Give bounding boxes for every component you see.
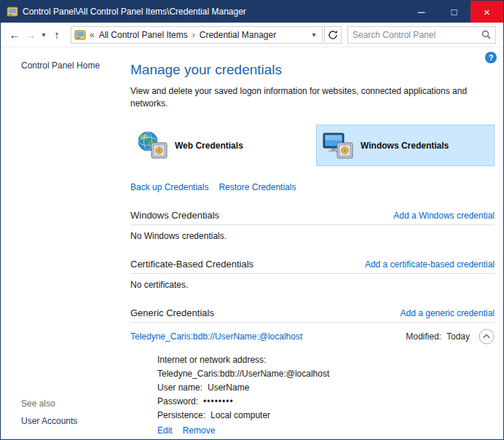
breadcrumb-overflow-icon[interactable]: « (90, 30, 95, 40)
address-bar[interactable]: « All Control Panel Items › Credential M… (71, 26, 323, 44)
section-divider (130, 273, 495, 274)
page-title: Manage your credentials (130, 62, 495, 78)
see-also-heading: See also (21, 398, 55, 409)
detail-address-value: Teledyne_Caris:bdb://UserName:@localhost (157, 367, 495, 381)
backup-restore-row: Back up Credentials Restore Credentials (130, 182, 495, 192)
windows-credentials-tile[interactable]: Windows Credentials (316, 125, 495, 166)
page-subtitle: View and delete your saved logon informa… (130, 85, 484, 110)
web-credentials-icon (137, 131, 168, 160)
navigation-toolbar: ← → ▾ ↑ « All Control Panel Items › Cred… (1, 23, 503, 47)
detail-password: Password:•••••••• (157, 395, 495, 409)
credential-row: Teledyne_Caris:bdb://UserName:@localhost… (130, 329, 495, 345)
forward-button[interactable]: → (23, 26, 39, 44)
refresh-button[interactable] (324, 26, 342, 44)
address-value: Teledyne_Caris:bdb://UserName:@localhost (157, 369, 329, 379)
history-dropdown-icon[interactable]: ▾ (39, 26, 49, 44)
search-box (347, 26, 496, 44)
edit-credential-link[interactable]: Edit (157, 425, 173, 436)
detail-persistence: Persistence:Local computer (157, 409, 495, 423)
remove-credential-link[interactable]: Remove (183, 425, 216, 436)
breadcrumb-separator-icon: › (192, 30, 195, 40)
sidebar: Control Panel Home See also User Account… (1, 47, 125, 439)
maximize-button[interactable]: □ (438, 1, 470, 23)
backup-credentials-link[interactable]: Back up Credentials (130, 182, 208, 192)
modified-value: Today (446, 331, 470, 342)
search-icon[interactable] (481, 30, 491, 39)
credential-actions: Edit Remove (157, 425, 495, 436)
restore-credentials-link[interactable]: Restore Credentials (218, 182, 296, 192)
back-button[interactable]: ← (7, 26, 23, 44)
section-windows-credentials: Windows Credentials Add a Windows creden… (130, 210, 495, 241)
window-title: Control Panel\All Control Panel Items\Cr… (23, 7, 246, 17)
windows-credentials-label: Windows Credentials (361, 141, 449, 151)
credential-modified: Modified:Today (406, 331, 470, 342)
control-panel-icon (7, 6, 18, 17)
address-label: Internet or network address: (157, 355, 266, 365)
window-controls: ─ □ × (405, 1, 503, 23)
add-generic-credential-link[interactable]: Add a generic credential (401, 308, 495, 318)
credential-name-link[interactable]: Teledyne_Caris:bdb://UserName:@localhost (130, 331, 302, 342)
modified-label: Modified: (406, 331, 441, 342)
password-label: Password: (157, 396, 198, 406)
search-input[interactable] (353, 30, 481, 40)
windows-credentials-icon (323, 131, 353, 160)
collapse-chevron-icon[interactable] (479, 329, 495, 345)
location-icon (74, 29, 86, 41)
up-button[interactable]: ↑ (49, 26, 65, 44)
sidebar-item-control-panel-home[interactable]: Control Panel Home (21, 60, 100, 71)
titlebar: Control Panel\All Control Panel Items\Cr… (1, 1, 503, 23)
breadcrumb-item-credential-manager[interactable]: Credential Manager (200, 30, 276, 40)
section-empty-text: No Windows credentials. (130, 231, 495, 241)
section-title: Certificate-Based Credentials (130, 259, 253, 270)
credential-manager-window: Control Panel\All Control Panel Items\Cr… (0, 0, 504, 440)
section-divider (130, 224, 495, 225)
add-windows-credential-link[interactable]: Add a Windows credential (393, 211, 495, 221)
web-credentials-label: Web Credentials (175, 141, 243, 151)
password-value: •••••••• (203, 396, 234, 406)
persistence-label: Persistence: (157, 410, 205, 420)
credential-details: Internet or network address: Teledyne_Ca… (157, 353, 495, 423)
content-area: ? Control Panel Home See also User Accou… (1, 47, 503, 439)
breadcrumb-item-all-items[interactable]: All Control Panel Items (99, 30, 188, 40)
username-label: User name: (157, 382, 202, 393)
section-empty-text: No certificates. (130, 280, 495, 290)
credential-type-tiles: Web Credentials Windows Credenti (130, 125, 495, 166)
detail-address: Internet or network address: (157, 353, 495, 367)
close-button[interactable]: × (470, 1, 503, 23)
web-credentials-tile[interactable]: Web Credentials (130, 125, 309, 166)
section-certificate-credentials: Certificate-Based Credentials Add a cert… (130, 259, 495, 290)
detail-username: User name:UserName (157, 381, 495, 395)
sidebar-item-user-accounts[interactable]: User Accounts (21, 416, 77, 426)
section-generic-credentials: Generic Credentials Add a generic creden… (130, 307, 495, 436)
add-certificate-credential-link[interactable]: Add a certificate-based credential (365, 259, 495, 270)
persistence-value: Local computer (210, 410, 270, 420)
section-title: Generic Credentials (130, 307, 214, 318)
section-divider (130, 322, 495, 323)
main-panel: Manage your credentials View and delete … (130, 47, 495, 436)
section-title: Windows Credentials (130, 210, 219, 221)
address-dropdown-icon[interactable]: ▾ (307, 31, 320, 39)
refresh-icon (328, 30, 338, 40)
username-value: UserName (208, 382, 249, 393)
minimize-button[interactable]: ─ (405, 1, 438, 23)
